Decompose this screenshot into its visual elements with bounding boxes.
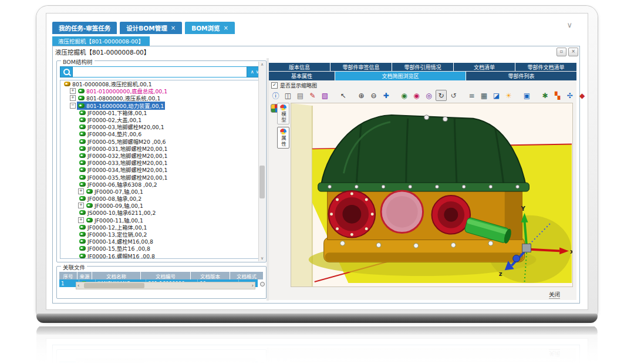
part-link-icon (79, 182, 86, 187)
viewer-side-tab[interactable]: 模型 (277, 103, 289, 124)
collapse-icon[interactable]: − (70, 103, 76, 109)
collapse-chevron-icon[interactable]: ∨ (566, 21, 572, 29)
document-subtab[interactable]: 液压挖掘机【801-0000008-00】 (52, 36, 150, 46)
3d-viewport[interactable]: x Y z (291, 103, 573, 287)
main-tab[interactable]: BOM浏览× (185, 22, 235, 34)
part-link-icon (79, 232, 86, 237)
printer-icon[interactable]: ▤ (295, 90, 306, 101)
tree-scrollbar[interactable]: ∧ ∨ (258, 62, 265, 261)
viewer-side-tab[interactable]: 属性 (277, 127, 289, 149)
section-lines-icon[interactable]: ≡ (466, 90, 477, 101)
column-header: 文档格式 (230, 272, 264, 279)
column-header: 来源 (77, 272, 92, 279)
detail-pane: 版本信息零部件审签信息零部件引用情况文档清单零部件文档清单 基本属性文档简图浏览… (269, 63, 576, 300)
related-files-group: 关联文件 序号来源文档名称文档编号文档版本文档格式1JIANSUXIANG801… (56, 266, 267, 299)
image-icon[interactable]: ▧ (319, 90, 331, 101)
part-link-icon (64, 82, 70, 86)
toolbar-separator (393, 90, 397, 101)
select-cursor-icon[interactable]: ↖ (338, 90, 349, 101)
thumbnail-checkbox[interactable]: ✓ (271, 82, 278, 89)
toolbar-separator (534, 90, 538, 101)
part-link-icon (79, 146, 86, 151)
screen: 我的任务-审签任务设计BOM管理×BOM浏览× ∨ 液压挖掘机【801-0000… (46, 13, 588, 310)
search-icon[interactable] (60, 66, 73, 77)
axis-z-label: z (499, 271, 503, 277)
tab-close-icon[interactable]: × (171, 25, 176, 31)
part-link-icon (79, 239, 86, 244)
part-link-icon (79, 110, 86, 115)
light-icon[interactable]: ☀ (503, 90, 514, 101)
hscroll-thumb[interactable] (84, 283, 144, 288)
axis-y-label: Y (521, 205, 526, 212)
tab-close-icon[interactable]: × (224, 25, 228, 31)
detail-tab[interactable]: 零部件审签信息 (331, 63, 392, 71)
pan-icon[interactable]: ↺ (448, 90, 459, 101)
detail-tab[interactable]: 零部件引用情况 (392, 63, 453, 71)
assembly-balls-icon (280, 129, 286, 134)
detail-tab[interactable]: 文档清单 (454, 63, 515, 71)
related-files-hscrollbar[interactable]: ‹ › (76, 282, 255, 289)
render-modes-icon[interactable]: ✱ (539, 90, 551, 101)
monitor-hinge (36, 314, 598, 323)
bom-tree: 801-0000008,液压挖掘机,00,1+801-010000000,底盘总… (60, 80, 263, 259)
main-tab-label: 我的任务-审签任务 (59, 23, 110, 32)
expand-icon[interactable]: + (78, 217, 84, 223)
screen-reflection: 我的任务-审签任务设计BOM管理×BOM浏览× ∨ 液压挖掘机【801-0000… (36, 326, 598, 364)
scroll-up-icon[interactable]: ∧ (259, 62, 265, 67)
part-link-icon (79, 210, 86, 215)
main-tab[interactable]: 我的任务-审签任务 (52, 22, 117, 34)
expand-icon[interactable]: + (78, 203, 84, 208)
detail-tab[interactable]: 零部件文档清单 (515, 63, 576, 71)
expand-icon[interactable]: + (70, 95, 76, 101)
info-icon[interactable]: ⓘ (270, 90, 281, 101)
related-files-group-title: 关联文件 (61, 263, 87, 271)
screen-icon[interactable]: ▣ (521, 90, 532, 101)
detail-subtab[interactable]: 零部件列表 (466, 72, 576, 80)
axis-icon[interactable]: ✣ (564, 90, 575, 101)
restore-button[interactable]: ▫ (557, 48, 566, 56)
toolbar-separator (332, 90, 336, 101)
search-up-icon[interactable]: ∧ (251, 69, 254, 75)
main-tab[interactable]: 设计BOM管理× (120, 22, 182, 34)
detail-subtab[interactable]: 文档简图浏览区 (335, 72, 466, 80)
close-window-button[interactable]: × (568, 48, 578, 56)
solid-view-icon[interactable]: ◆ (576, 90, 588, 101)
side-tab-label: 模型 (280, 112, 287, 123)
detail-tabs-row1: 版本信息零部件审签信息零部件引用情况文档清单零部件文档清单 (269, 63, 576, 71)
part-link-icon (78, 89, 85, 93)
rotate-icon[interactable]: ↻ (436, 90, 447, 101)
grid-icon[interactable]: ▦ (478, 90, 490, 101)
window-titlebar: 液压挖掘机【801-0000008-00】 ▫ × (53, 46, 579, 57)
print-preview-icon[interactable]: ◫ (282, 90, 294, 101)
markup-pen-icon[interactable]: ✎ (307, 90, 318, 101)
zoom-out-icon[interactable]: ⊖ (368, 90, 379, 101)
part-link-icon (79, 153, 86, 158)
viewer-area: 模型属性 (269, 103, 576, 287)
expand-icon[interactable]: + (70, 88, 76, 94)
thumbnail-checkbox-label: 是否显示缩略图 (280, 82, 317, 89)
tree-item[interactable]: JF0000-16,螺帽M16 ,00,8 (60, 252, 262, 259)
detail-tab[interactable]: 版本信息 (269, 63, 330, 71)
side-tab-label: 属性 (280, 136, 287, 147)
zoom-in-icon[interactable]: ⊕ (356, 90, 367, 101)
tree-search-input[interactable] (73, 66, 247, 77)
layers-icon[interactable]: ▚ (552, 90, 563, 101)
scroll-thumb[interactable] (259, 166, 265, 198)
expand-icon[interactable]: + (78, 188, 84, 194)
rotate-center-icon[interactable]: ◎ (423, 90, 434, 101)
zoom-select-icon[interactable]: ◉ (411, 90, 422, 101)
column-header: 序号 (59, 272, 77, 279)
viewer-side-strip: 模型属性 (269, 103, 290, 287)
close-link[interactable]: 关闭 (549, 290, 560, 299)
scroll-down-icon[interactable]: ∨ (259, 256, 265, 261)
part-link-icon (79, 160, 86, 165)
detail-subtab[interactable]: 基本属性 (269, 72, 335, 80)
fit-view-icon[interactable]: ✚ (380, 90, 392, 101)
zoom-window-icon[interactable]: ◉ (399, 90, 410, 101)
camera-icon[interactable]: ◪ (491, 90, 502, 101)
part-link-icon (78, 103, 85, 108)
main-tab-label: 设计BOM管理 (126, 23, 167, 32)
part-link-icon (79, 167, 86, 172)
scroll-left-icon[interactable]: ‹ (77, 283, 79, 288)
scroll-right-icon[interactable]: › (252, 283, 254, 288)
